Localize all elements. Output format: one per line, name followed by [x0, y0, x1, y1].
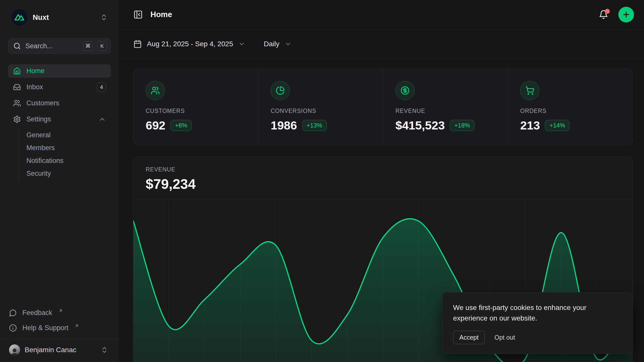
- date-range-value: Aug 21, 2025 - Sep 4, 2025: [147, 40, 233, 48]
- pie-chart-icon: [271, 81, 290, 100]
- cookie-message-line1: We use first-party cookies to enhance yo…: [453, 302, 622, 313]
- external-link-icon: [74, 324, 79, 328]
- stat-value: 213: [520, 118, 540, 132]
- users-icon: [146, 81, 165, 100]
- home-icon: [13, 67, 21, 75]
- sidebar-item-label: Inbox: [26, 83, 43, 91]
- chevrons-up-down-icon: [101, 346, 108, 354]
- avatar: [9, 344, 20, 355]
- sidebar-collapse-button[interactable]: [133, 10, 143, 19]
- info-icon: [9, 324, 17, 332]
- workspace-name: Nuxt: [33, 13, 49, 22]
- sidebar-footer: Feedback Help & Support Benjamin Canac: [8, 306, 111, 362]
- opt-out-button[interactable]: Opt out: [494, 331, 515, 344]
- workspace-selector[interactable]: Nuxt: [8, 8, 111, 27]
- granularity-value: Daily: [264, 40, 279, 48]
- search-placeholder: Search...: [25, 42, 78, 50]
- inbox-count-badge: 4: [97, 82, 106, 92]
- add-button[interactable]: [618, 7, 634, 22]
- sidebar-item-inbox[interactable]: Inbox 4: [8, 80, 111, 94]
- cart-icon: [520, 81, 539, 100]
- stat-label: CUSTOMERS: [146, 108, 248, 114]
- stats-cards: CUSTOMERS 692 +6% CONVERSIONS 1986 +13%: [133, 69, 633, 145]
- sidebar-item-general[interactable]: General: [26, 129, 111, 142]
- sidebar: Nuxt Search... ⌘ K Home Inbox 4 Customer…: [0, 0, 119, 362]
- user-name: Benjamin Canac: [25, 346, 76, 354]
- kbd-k: K: [97, 41, 107, 51]
- cookie-message: We use first-party cookies to enhance yo…: [453, 302, 622, 323]
- filter-toolbar: Aug 21, 2025 - Sep 4, 2025 Daily: [119, 29, 644, 59]
- settings-submenu: General Members Notifications Security: [18, 129, 111, 180]
- stat-label: CONVERSIONS: [271, 108, 373, 114]
- stat-delta-badge: +13%: [302, 120, 327, 131]
- message-circle-icon: [9, 309, 17, 317]
- stat-delta-badge: +14%: [545, 120, 570, 131]
- sidebar-item-label: Settings: [26, 115, 51, 123]
- cookie-banner: We use first-party cookies to enhance yo…: [442, 292, 633, 354]
- sidebar-item-label: Home: [26, 67, 45, 75]
- plus-icon: [622, 10, 630, 19]
- stat-card-revenue[interactable]: REVENUE $415,523 +18%: [383, 69, 508, 145]
- inbox-icon: [13, 83, 21, 91]
- chevrons-up-down-icon: [100, 14, 108, 21]
- sidebar-nav: Home Inbox 4 Customers Settings General …: [8, 64, 111, 180]
- page-title: Home: [150, 10, 172, 19]
- stat-card-orders[interactable]: ORDERS 213 +14%: [508, 69, 632, 145]
- stat-card-conversions[interactable]: CONVERSIONS 1986 +13%: [258, 69, 383, 145]
- accept-button[interactable]: Accept: [453, 331, 485, 344]
- stat-delta-badge: +18%: [450, 120, 474, 131]
- dollar-circle-icon: [395, 81, 415, 100]
- chevron-down-icon: [238, 40, 245, 48]
- help-support-link[interactable]: Help & Support: [8, 322, 111, 334]
- users-icon: [13, 99, 21, 107]
- chevron-up-icon: [98, 115, 106, 123]
- stat-value: 1986: [271, 118, 297, 132]
- stat-value: $415,523: [395, 118, 445, 132]
- sidebar-item-security[interactable]: Security: [26, 167, 111, 180]
- submenu-label: Notifications: [26, 157, 63, 165]
- calendar-icon: [133, 40, 142, 48]
- nuxt-logo-icon: [11, 9, 28, 26]
- search-icon: [13, 42, 21, 50]
- search-input[interactable]: Search... ⌘ K: [8, 38, 111, 54]
- user-menu[interactable]: Benjamin Canac: [8, 339, 111, 362]
- submenu-label: Members: [26, 144, 55, 152]
- stat-delta-badge: +6%: [170, 120, 192, 131]
- panel-left-close-icon: [133, 10, 143, 19]
- foot-link-label: Help & Support: [22, 324, 68, 332]
- notification-dot: [605, 9, 610, 14]
- sidebar-item-notifications[interactable]: Notifications: [26, 154, 111, 167]
- stat-label: ORDERS: [520, 108, 622, 114]
- submenu-label: General: [26, 131, 51, 139]
- gear-icon: [13, 115, 21, 123]
- external-link-icon: [58, 308, 63, 313]
- sidebar-item-label: Customers: [26, 99, 59, 107]
- granularity-select[interactable]: Daily: [264, 40, 292, 48]
- notifications-button[interactable]: [597, 8, 610, 21]
- sidebar-item-home[interactable]: Home: [8, 64, 111, 78]
- cookie-message-line2: experience on our website.: [453, 313, 622, 323]
- page-header: Home: [119, 0, 644, 29]
- sidebar-item-customers[interactable]: Customers: [8, 97, 111, 110]
- sidebar-item-settings[interactable]: Settings: [8, 113, 111, 126]
- submenu-label: Security: [26, 170, 51, 177]
- revenue-chart-label: REVENUE: [146, 166, 620, 173]
- foot-link-label: Feedback: [22, 309, 52, 317]
- feedback-link[interactable]: Feedback: [8, 306, 111, 319]
- stat-label: REVENUE: [395, 108, 498, 114]
- sidebar-item-members[interactable]: Members: [26, 142, 111, 154]
- stat-value: 692: [146, 118, 165, 132]
- stat-card-customers[interactable]: CUSTOMERS 692 +6%: [133, 69, 258, 145]
- chevron-down-icon: [285, 40, 292, 48]
- kbd-cmd: ⌘: [83, 41, 93, 51]
- revenue-chart-value: $79,234: [146, 176, 620, 192]
- date-range-picker[interactable]: Aug 21, 2025 - Sep 4, 2025: [133, 40, 245, 48]
